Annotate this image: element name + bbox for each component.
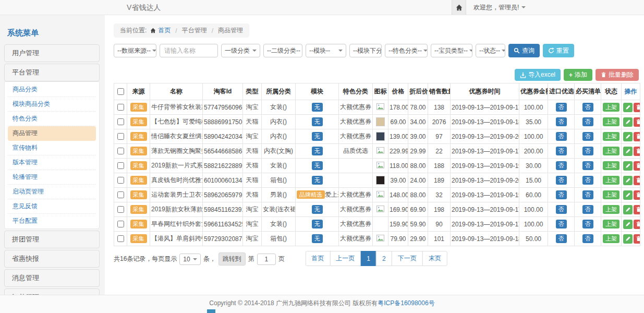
import-selected-toggle[interactable]: 否: [556, 147, 567, 155]
filter-select-7[interactable]: --状态--: [476, 44, 505, 57]
delete-button[interactable]: [634, 176, 640, 185]
sidebar-subitem-6[interactable]: 轮播管理: [8, 170, 96, 185]
status-toggle[interactable]: 上架: [603, 147, 619, 155]
edit-button[interactable]: [623, 103, 633, 112]
must-buy-toggle[interactable]: 否: [582, 234, 593, 243]
delete-button[interactable]: [634, 161, 640, 171]
row-checkbox[interactable]: [117, 133, 124, 140]
import-selected-toggle[interactable]: 否: [556, 220, 567, 228]
breadcrumb-home-link[interactable]: 首页: [158, 26, 171, 35]
row-checkbox[interactable]: [117, 235, 124, 242]
must-buy-toggle[interactable]: 否: [582, 161, 593, 170]
edit-button[interactable]: [623, 117, 633, 127]
sidebar-subitem-7[interactable]: 启动页管理: [8, 185, 96, 199]
filter-select-2[interactable]: --二级分类--: [263, 44, 302, 57]
filter-select-0[interactable]: --数据来源--: [114, 44, 156, 57]
sidebar-group-4[interactable]: 消息管理: [4, 269, 100, 287]
row-checkbox[interactable]: [117, 162, 124, 169]
import-selected-toggle[interactable]: 否: [556, 176, 567, 184]
sidebar-group-0[interactable]: 用户管理: [4, 44, 100, 62]
edit-button[interactable]: [623, 220, 633, 229]
row-checkbox[interactable]: [117, 221, 124, 227]
page-button-2[interactable]: 1: [360, 251, 376, 266]
row-checkbox[interactable]: [117, 191, 124, 198]
edit-button[interactable]: [623, 161, 633, 171]
status-toggle[interactable]: 上架: [603, 117, 619, 126]
must-buy-toggle[interactable]: 否: [582, 205, 593, 213]
sidebar-subitem-1[interactable]: 模块商品分类: [8, 97, 96, 112]
import-selected-toggle[interactable]: 否: [556, 161, 567, 170]
sidebar-group-2[interactable]: 拼团管理: [4, 231, 100, 248]
must-buy-toggle[interactable]: 否: [582, 220, 593, 228]
must-buy-toggle[interactable]: 否: [582, 103, 593, 111]
edit-button[interactable]: [623, 176, 633, 185]
import-selected-toggle[interactable]: 否: [556, 117, 567, 126]
delete-button[interactable]: [634, 190, 640, 200]
import-selected-toggle[interactable]: 否: [556, 205, 567, 213]
must-buy-toggle[interactable]: 否: [582, 132, 593, 140]
name-search-input[interactable]: [160, 44, 218, 57]
edit-button[interactable]: [623, 147, 633, 156]
icp-link[interactable]: 粤ICP备16098006号: [378, 299, 434, 307]
status-toggle[interactable]: 上架: [603, 176, 619, 184]
delete-button[interactable]: [634, 147, 640, 156]
jump-page-input[interactable]: [257, 254, 276, 265]
status-toggle[interactable]: 上架: [603, 190, 619, 199]
home-button[interactable]: [452, 0, 466, 15]
sidebar-subitem-4[interactable]: 宣传物料: [8, 141, 96, 155]
delete-button[interactable]: [634, 132, 640, 141]
filter-select-1[interactable]: 一级分类: [221, 44, 260, 57]
must-buy-toggle[interactable]: 否: [582, 176, 593, 184]
page-button-5[interactable]: 末页: [422, 251, 447, 266]
sidebar-group-1[interactable]: 平台管理: [4, 64, 100, 81]
edit-button[interactable]: [623, 234, 633, 244]
must-buy-toggle[interactable]: 否: [582, 117, 593, 126]
sidebar-subitem-3[interactable]: 商品管理: [8, 126, 96, 141]
sidebar-group-3[interactable]: 省惠快报: [4, 250, 100, 268]
import-selected-toggle[interactable]: 否: [556, 190, 567, 199]
import-selected-toggle[interactable]: 否: [556, 132, 567, 140]
edit-button[interactable]: [623, 190, 633, 200]
delete-button[interactable]: [634, 220, 640, 229]
status-toggle[interactable]: 上架: [603, 234, 619, 243]
add-button[interactable]: + 添加: [564, 69, 592, 81]
status-toggle[interactable]: 上架: [603, 220, 619, 228]
row-checkbox[interactable]: [117, 206, 124, 213]
filter-select-6[interactable]: --宝贝类型--: [431, 44, 472, 57]
sidebar-subitem-9[interactable]: 平台配置: [8, 214, 96, 228]
sidebar-subitem-2[interactable]: 特色分类: [8, 112, 96, 126]
row-checkbox[interactable]: [117, 148, 124, 154]
delete-button[interactable]: [634, 234, 640, 244]
edit-button[interactable]: [623, 205, 633, 214]
jump-button[interactable]: 跳转到: [218, 252, 246, 266]
per-page-select[interactable]: 10: [179, 254, 200, 265]
delete-button[interactable]: [634, 205, 640, 214]
import-selected-toggle[interactable]: 否: [556, 234, 567, 243]
status-toggle[interactable]: 上架: [603, 161, 619, 170]
filter-select-3[interactable]: --模块--: [306, 44, 346, 57]
page-button-0[interactable]: 首页: [305, 251, 330, 266]
status-toggle[interactable]: 上架: [603, 205, 619, 213]
delete-button[interactable]: [634, 103, 640, 112]
user-menu[interactable]: 欢迎您，管理员!: [473, 3, 526, 12]
row-checkbox[interactable]: [117, 118, 124, 125]
status-toggle[interactable]: 上架: [603, 132, 619, 140]
reset-button[interactable]: 重置: [543, 44, 574, 57]
page-button-3[interactable]: 2: [376, 251, 392, 266]
import-excel-button[interactable]: 导入excel: [515, 69, 561, 81]
row-checkbox[interactable]: [117, 104, 124, 111]
sidebar-subitem-5[interactable]: 版本管理: [8, 155, 96, 170]
batch-delete-button[interactable]: 批量删除: [596, 69, 639, 81]
page-button-4[interactable]: 下一页: [392, 251, 423, 266]
must-buy-toggle[interactable]: 否: [582, 190, 593, 199]
sidebar-subitem-8[interactable]: 意见反馈: [8, 199, 96, 214]
sidebar-subitem-0[interactable]: 商品分类: [8, 82, 96, 97]
select-all-checkbox[interactable]: [117, 88, 124, 95]
query-button[interactable]: 查询: [508, 44, 540, 57]
edit-button[interactable]: [623, 132, 633, 141]
status-toggle[interactable]: 上架: [603, 103, 619, 111]
filter-select-5[interactable]: --特色分类--: [385, 44, 428, 57]
page-button-1[interactable]: 上一页: [330, 251, 361, 266]
filter-select-4[interactable]: --模块下分类--: [349, 44, 382, 57]
must-buy-toggle[interactable]: 否: [582, 147, 593, 155]
